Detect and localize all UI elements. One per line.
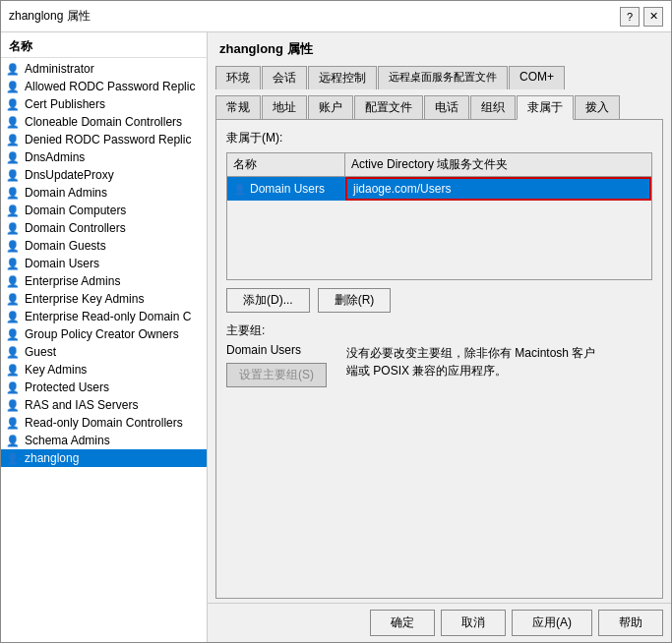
list-item-zhanglong[interactable]: 👤zhanglong — [1, 449, 207, 467]
user-icon: 👤 — [5, 415, 21, 431]
list-item-label: Group Policy Creator Owners — [25, 327, 179, 341]
tab-changgui[interactable]: 常规 — [215, 95, 261, 119]
tab-dizhi[interactable]: 地址 — [262, 95, 307, 119]
tab-zuzhi[interactable]: 组织 — [470, 95, 516, 119]
list-item-dns-admins[interactable]: 👤DnsAdmins — [1, 148, 207, 166]
user-icon: 👤 — [5, 309, 21, 324]
list-item-allowed-rodc[interactable]: 👤Allowed RODC Password Replic — [1, 78, 207, 95]
ok-button[interactable]: 确定 — [370, 610, 435, 636]
cell-folder: jidaoge.com/Users — [345, 177, 651, 201]
list-item-label: Domain Computers — [25, 204, 126, 217]
list-item-label: DnsUpdateProxy — [25, 168, 114, 182]
main-window: zhanglong 属性 ? ✕ 名称 👤Administrator👤Allow… — [0, 0, 672, 643]
list-item-label: Domain Controllers — [25, 221, 126, 235]
list-item-key-admins[interactable]: 👤Key Admins — [1, 361, 207, 379]
user-icon: 👤 — [5, 167, 21, 183]
primary-group-note-container: 没有必要改变主要组，除非你有 Macintosh 客户端或 POSIX 兼容的应… — [336, 322, 652, 380]
tab-lishu-yu[interactable]: 隶属于 — [517, 95, 574, 120]
help-bottom-button[interactable]: 帮助 — [598, 610, 663, 636]
user-icon: 👤 — [5, 238, 21, 254]
list-item-domain-guests[interactable]: 👤Domain Guests — [1, 237, 207, 255]
list-item-administrator[interactable]: 👤Administrator — [1, 60, 207, 78]
list-item-label: Guest — [25, 345, 56, 359]
action-buttons: 添加(D)... 删除(R) — [226, 288, 652, 313]
tab-dianhua[interactable]: 电话 — [424, 95, 469, 119]
user-icon: 👤 — [5, 273, 21, 289]
list-item-label: Administrator — [25, 62, 94, 76]
tab-boru[interactable]: 拨入 — [575, 95, 620, 119]
user-icon: 👤 — [5, 380, 21, 395]
list-item-label: Domain Guests — [25, 239, 106, 253]
list-item-denied-rodc[interactable]: 👤Denied RODC Password Replic — [1, 131, 207, 148]
list-item-enterprise-admins[interactable]: 👤Enterprise Admins — [1, 272, 207, 290]
window-title: zhanglong 属性 — [9, 8, 91, 25]
list-item-label: zhanglong — [25, 451, 79, 465]
primary-group-note: 没有必要改变主要组，除非你有 Macintosh 客户端或 POSIX 兼容的应… — [346, 344, 652, 380]
list-item-label: RAS and IAS Servers — [25, 398, 138, 412]
primary-group-label: 主要组: Domain Users 设置主要组(S) — [226, 322, 327, 387]
user-list: 👤Administrator👤Allowed RODC Password Rep… — [1, 60, 207, 467]
tab-zhanghu[interactable]: 账户 — [308, 95, 353, 119]
list-item-label: Read-only Domain Controllers — [25, 416, 183, 430]
list-item-domain-computers[interactable]: 👤Domain Computers — [1, 202, 207, 219]
list-item-label: Cloneable Domain Controllers — [25, 115, 182, 129]
tab-yuancheng-mianban[interactable]: 远程桌面服务配置文件 — [378, 66, 508, 89]
user-icon: 👤 — [5, 397, 21, 413]
main-content: 名称 👤Administrator👤Allowed RODC Password … — [1, 32, 671, 642]
list-item-label: Enterprise Key Admins — [25, 292, 144, 306]
tab-huihua[interactable]: 会话 — [262, 66, 307, 89]
list-item-dns-update[interactable]: 👤DnsUpdateProxy — [1, 166, 207, 184]
user-icon: 👤 — [5, 344, 21, 360]
col-header-folder: Active Directory 域服务文件夹 — [345, 153, 651, 176]
list-item-ras-ias-servers[interactable]: 👤RAS and IAS Servers — [1, 396, 207, 414]
tab-yuancheng-kongzhi[interactable]: 远程控制 — [308, 66, 377, 89]
set-primary-button[interactable]: 设置主要组(S) — [226, 363, 327, 387]
user-icon: 👤 — [5, 362, 21, 378]
title-bar: zhanglong 属性 ? ✕ — [1, 1, 671, 32]
user-icon: 👤 — [5, 450, 21, 466]
list-item-guest[interactable]: 👤Guest — [1, 343, 207, 361]
list-item-label: Domain Admins — [25, 186, 107, 200]
remove-button[interactable]: 删除(R) — [318, 288, 392, 313]
table-row[interactable]: 👤 Domain Users jidaoge.com/Users — [227, 177, 651, 201]
list-item-cert-publishers[interactable]: 👤Cert Publishers — [1, 95, 207, 113]
list-item-read-only-dc[interactable]: 👤Read-only Domain Controllers — [1, 414, 207, 432]
user-icon: 👤 — [233, 183, 247, 196]
tabs-row-1: 环境 会话 远程控制 远程桌面服务配置文件 COM+ — [208, 62, 671, 89]
member-table-wrapper: 名称 Active Directory 域服务文件夹 👤 Domain User… — [226, 152, 652, 280]
user-icon: 👤 — [5, 149, 21, 165]
list-item-label: Domain Users — [25, 257, 99, 270]
tabs-row-2: 常规 地址 账户 配置文件 电话 组织 隶属于 拨入 — [208, 91, 671, 119]
list-item-label: Cert Publishers — [25, 97, 105, 111]
list-item-group-policy-creator[interactable]: 👤Group Policy Creator Owners — [1, 325, 207, 343]
user-icon: 👤 — [5, 61, 21, 77]
user-icon: 👤 — [5, 79, 21, 94]
cancel-button[interactable]: 取消 — [441, 610, 506, 636]
list-item-enterprise-read-only[interactable]: 👤Enterprise Read-only Domain C — [1, 308, 207, 325]
tab-com-plus[interactable]: COM+ — [509, 66, 565, 89]
user-icon: 👤 — [5, 326, 21, 342]
tab-content: 隶属于(M): 名称 Active Directory 域服务文件夹 👤 Dom… — [215, 119, 663, 599]
tab-peizhi[interactable]: 配置文件 — [354, 95, 423, 119]
add-button[interactable]: 添加(D)... — [226, 288, 310, 313]
list-item-protected-users[interactable]: 👤Protected Users — [1, 379, 207, 396]
col-header-name: 名称 — [227, 153, 345, 176]
cell-name: 👤 Domain Users — [227, 177, 345, 201]
apply-button[interactable]: 应用(A) — [512, 610, 592, 636]
list-item-domain-users[interactable]: 👤Domain Users — [1, 255, 207, 272]
list-item-cloneable-dc[interactable]: 👤Cloneable Domain Controllers — [1, 113, 207, 131]
list-item-enterprise-key-admins[interactable]: 👤Enterprise Key Admins — [1, 290, 207, 308]
dialog-title: zhanglong 属性 — [208, 32, 671, 62]
left-panel: 名称 👤Administrator👤Allowed RODC Password … — [1, 32, 208, 642]
user-icon: 👤 — [5, 433, 21, 448]
close-button[interactable]: ✕ — [643, 7, 663, 27]
section-label: 隶属于(M): — [226, 130, 652, 146]
help-button[interactable]: ? — [620, 7, 640, 27]
list-item-schema-admins[interactable]: 👤Schema Admins — [1, 432, 207, 449]
user-icon: 👤 — [5, 220, 21, 236]
list-item-label: Enterprise Read-only Domain C — [25, 310, 191, 323]
list-item-domain-admins[interactable]: 👤Domain Admins — [1, 184, 207, 202]
title-bar-buttons: ? ✕ — [620, 7, 663, 27]
list-item-domain-controllers[interactable]: 👤Domain Controllers — [1, 219, 207, 237]
tab-huanjing[interactable]: 环境 — [215, 66, 261, 89]
